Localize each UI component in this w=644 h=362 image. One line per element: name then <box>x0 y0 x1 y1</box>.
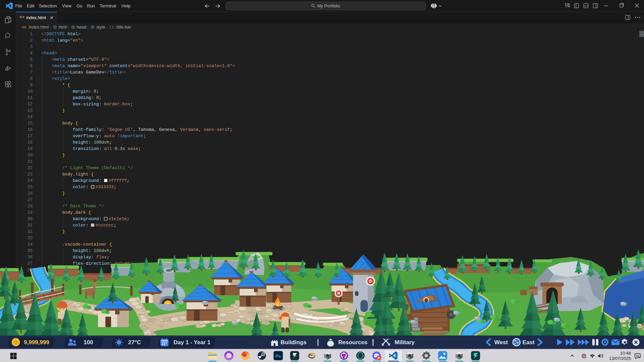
svg-text:9+: 9+ <box>378 356 381 360</box>
svg-text:Ps: Ps <box>276 354 281 359</box>
svg-text:12: 12 <box>636 354 639 357</box>
